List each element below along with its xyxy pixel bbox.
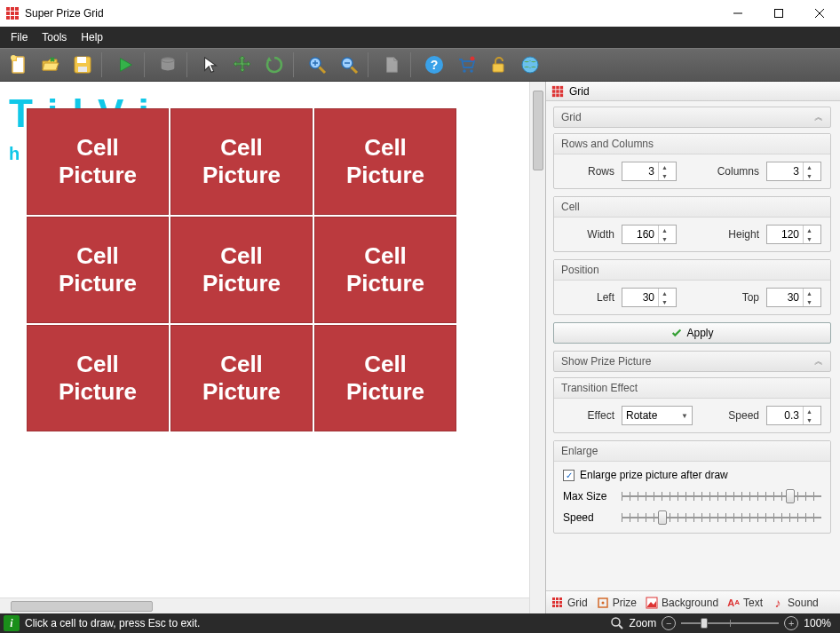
text-icon: AA xyxy=(727,597,740,609)
toolbar: ? xyxy=(0,48,840,82)
svg-point-59 xyxy=(612,618,620,626)
svg-rect-6 xyxy=(6,16,10,20)
minimize-button[interactable] xyxy=(717,0,758,27)
left-input[interactable]: ▲▼ xyxy=(622,288,677,307)
svg-rect-35 xyxy=(493,64,503,72)
grid-cell[interactable]: CellPicture xyxy=(314,217,456,323)
tab-grid[interactable]: Grid xyxy=(551,597,588,609)
svg-marker-22 xyxy=(266,57,272,61)
menu-tools[interactable]: Tools xyxy=(35,27,74,48)
svg-line-24 xyxy=(320,67,326,74)
grid-section-header[interactable]: Grid︽ xyxy=(553,107,831,128)
pointer-tool[interactable] xyxy=(195,51,226,79)
svg-rect-47 xyxy=(556,597,559,600)
enlarge-checkbox[interactable]: ✓ Enlarge prize picture after draw xyxy=(563,469,821,481)
svg-rect-8 xyxy=(15,16,19,20)
svg-point-36 xyxy=(522,57,538,73)
database-button[interactable] xyxy=(153,51,183,79)
grid-cell[interactable]: CellPicture xyxy=(170,108,313,215)
svg-rect-5 xyxy=(15,12,19,15)
zoom-in-button[interactable]: + xyxy=(784,616,798,630)
canvas[interactable]: T i l V i h CellPicture CellPicture Cell… xyxy=(0,82,529,597)
document-button[interactable] xyxy=(376,51,407,79)
maxsize-slider[interactable] xyxy=(622,488,821,504)
grid-cell[interactable]: CellPicture xyxy=(170,325,313,431)
grid-cell[interactable]: CellPicture xyxy=(314,108,456,215)
canvas-area: T i l V i h CellPicture CellPicture Cell… xyxy=(0,82,529,613)
globe-button[interactable] xyxy=(515,51,545,79)
zoom-in-button[interactable] xyxy=(302,51,332,79)
svg-point-56 xyxy=(601,601,604,604)
svg-rect-17 xyxy=(77,57,86,63)
svg-rect-3 xyxy=(6,12,10,15)
speed-input[interactable]: ▲▼ xyxy=(766,406,821,425)
zoom-out-button[interactable] xyxy=(334,51,364,79)
zoom-out-button[interactable]: − xyxy=(662,616,676,630)
horizontal-scrollbar[interactable] xyxy=(0,597,529,613)
titlebar: Super Prize Grid xyxy=(0,0,840,27)
svg-rect-48 xyxy=(559,597,562,600)
close-button[interactable] xyxy=(799,0,840,27)
rows-input[interactable]: ▲▼ xyxy=(622,162,677,181)
effect-label: Effect xyxy=(563,409,614,422)
columns-label: Columns xyxy=(708,165,759,178)
cart-button[interactable] xyxy=(451,51,481,79)
svg-rect-45 xyxy=(560,93,564,97)
grid-cell[interactable]: CellPicture xyxy=(27,108,169,215)
menubar: File Tools Help xyxy=(0,27,840,48)
unlock-button[interactable] xyxy=(483,51,513,79)
zoom-slider[interactable] xyxy=(681,617,779,629)
speed-slider[interactable] xyxy=(622,510,821,526)
new-button[interactable] xyxy=(4,51,34,79)
menu-file[interactable]: File xyxy=(4,27,35,48)
apply-button[interactable]: Apply xyxy=(553,322,831,344)
show-prize-section-header[interactable]: Show Prize Picture︽ xyxy=(553,351,831,372)
prize-icon xyxy=(597,597,609,609)
checkbox-icon: ✓ xyxy=(563,470,575,481)
run-button[interactable] xyxy=(110,51,140,79)
top-input[interactable]: ▲▼ xyxy=(766,288,821,307)
speed-label: Speed xyxy=(708,409,759,422)
save-button[interactable] xyxy=(67,51,98,79)
svg-rect-42 xyxy=(560,90,564,93)
grid-cell[interactable]: CellPicture xyxy=(170,217,313,323)
move-tool[interactable] xyxy=(227,51,258,79)
rotate-tool[interactable] xyxy=(259,51,289,79)
svg-rect-1 xyxy=(11,7,14,11)
tab-sound[interactable]: ♪Sound xyxy=(772,597,819,609)
svg-point-33 xyxy=(470,69,473,73)
tab-prize[interactable]: Prize xyxy=(597,597,637,609)
open-button[interactable] xyxy=(36,51,66,79)
app-icon xyxy=(5,6,20,20)
grid-cell[interactable]: CellPicture xyxy=(27,325,169,431)
columns-input[interactable]: ▲▼ xyxy=(766,162,821,181)
chevron-up-icon: ︽ xyxy=(814,111,823,123)
grid-icon xyxy=(551,597,564,609)
svg-rect-49 xyxy=(552,601,555,604)
maximize-button[interactable] xyxy=(758,0,799,27)
zoom-value: 100% xyxy=(804,617,831,629)
background-icon xyxy=(646,597,658,609)
vertical-scrollbar[interactable] xyxy=(529,82,545,613)
svg-marker-19 xyxy=(121,59,132,72)
menu-help[interactable]: Help xyxy=(74,27,110,48)
grid-cell[interactable]: CellPicture xyxy=(314,325,456,431)
height-input[interactable]: ▲▼ xyxy=(766,225,821,244)
grid-cell[interactable]: CellPicture xyxy=(27,217,169,323)
background-watermark-2: h xyxy=(9,144,20,164)
help-button[interactable]: ? xyxy=(419,51,449,79)
enlarge-group: Enlarge ✓ Enlarge prize picture after dr… xyxy=(553,440,831,534)
svg-text:?: ? xyxy=(431,58,439,72)
window-title: Super Prize Grid xyxy=(25,7,104,20)
check-icon xyxy=(670,327,683,339)
info-icon: i xyxy=(4,615,20,631)
speed2-label: Speed xyxy=(563,511,614,524)
side-panel: Grid Grid︽ Rows and Columns Rows ▲▼ Colu… xyxy=(545,82,840,613)
effect-combo[interactable]: Rotate▼ xyxy=(622,406,693,425)
tab-text[interactable]: AAText xyxy=(727,597,763,609)
svg-rect-53 xyxy=(556,605,559,607)
rows-label: Rows xyxy=(563,165,614,178)
width-input[interactable]: ▲▼ xyxy=(622,225,677,244)
svg-rect-54 xyxy=(559,605,562,607)
tab-background[interactable]: Background xyxy=(646,597,718,609)
